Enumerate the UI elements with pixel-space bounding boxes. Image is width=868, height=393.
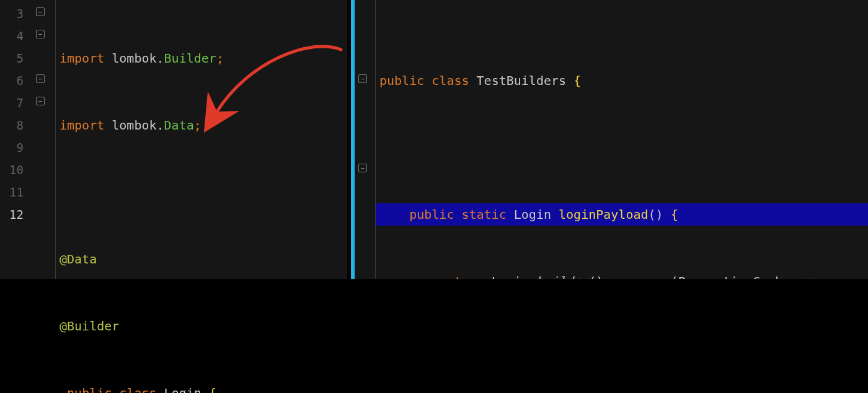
code-line[interactable]: @Data xyxy=(56,248,347,270)
line-number[interactable]: 7 xyxy=(0,92,24,114)
line-number[interactable]: 3 xyxy=(0,2,24,25)
line-number[interactable]: 9 xyxy=(0,136,24,159)
gutter-line-numbers[interactable]: 3 4 5 6 7 8 9 10 11 12 xyxy=(0,0,30,279)
code-line[interactable] xyxy=(376,136,868,159)
code-line[interactable]: import lombok.Data; xyxy=(56,114,347,136)
editor-pane-right[interactable]: public class TestBuilders { public stati… xyxy=(351,0,868,279)
code-line[interactable] xyxy=(56,181,347,203)
code-area-right[interactable]: public class TestBuilders { public stati… xyxy=(376,0,868,279)
code-line[interactable]: return Login.builder().username(Properti… xyxy=(376,270,868,279)
fold-toggle-icon[interactable] xyxy=(358,74,367,83)
line-number[interactable]: 10 xyxy=(0,159,24,181)
code-line[interactable]: import lombok.Builder; xyxy=(56,47,347,69)
fold-toggle-icon[interactable] xyxy=(36,7,45,16)
fold-toggle-icon[interactable] xyxy=(36,74,45,83)
line-number[interactable]: 12 xyxy=(0,203,24,226)
code-line[interactable]: public class Login { xyxy=(56,382,347,393)
fold-gutter[interactable] xyxy=(355,0,376,279)
line-number[interactable]: 4 xyxy=(0,25,24,47)
line-number[interactable]: 11 xyxy=(0,181,24,203)
fold-toggle-icon[interactable] xyxy=(36,97,45,105)
editor-split: 3 4 5 6 7 8 9 10 11 12 import lombok.Bui… xyxy=(0,0,868,279)
code-line-current[interactable]: public static Login loginPayload() { xyxy=(376,203,868,226)
fold-toggle-icon[interactable] xyxy=(358,164,367,172)
line-number[interactable]: 6 xyxy=(0,69,24,92)
editor-pane-left[interactable]: 3 4 5 6 7 8 9 10 11 12 import lombok.Bui… xyxy=(0,0,347,279)
line-number[interactable]: 5 xyxy=(0,47,24,69)
code-line[interactable]: public class TestBuilders { xyxy=(376,47,868,92)
fold-gutter[interactable] xyxy=(30,0,56,279)
line-number[interactable]: 8 xyxy=(0,114,24,136)
code-area-left[interactable]: import lombok.Builder; import lombok.Dat… xyxy=(56,0,347,279)
code-line[interactable]: @Builder xyxy=(56,315,347,337)
fold-toggle-icon[interactable] xyxy=(36,30,45,38)
